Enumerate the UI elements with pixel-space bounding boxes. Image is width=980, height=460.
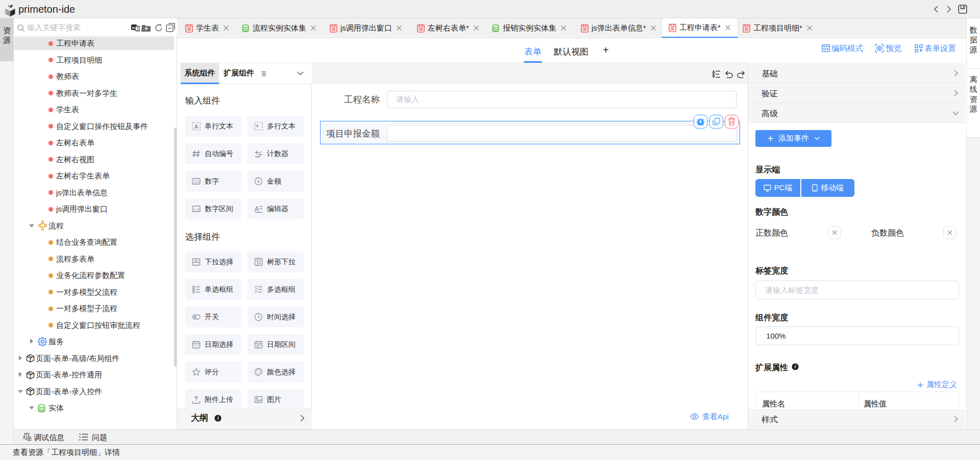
svg-text:in: in [132, 26, 135, 30]
svg-text:1~3: 1~3 [193, 208, 200, 211]
svg-text:i: i [795, 364, 796, 369]
svg-text:123: 123 [193, 180, 200, 184]
svg-text:文: 文 [136, 27, 140, 31]
svg-text:A: A [256, 123, 259, 128]
svg-text:¥: ¥ [257, 178, 260, 184]
svg-text:A: A [194, 123, 199, 130]
svg-text:A: A [255, 206, 259, 213]
svg-text:i: i [217, 416, 219, 421]
